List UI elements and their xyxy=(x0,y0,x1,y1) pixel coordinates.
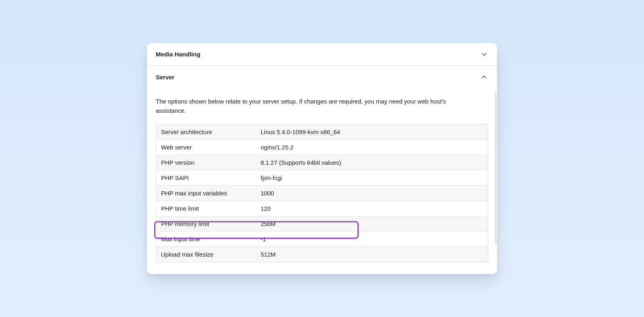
row-value: 8.1.27 (Supports 64bit values) xyxy=(256,155,488,170)
table-row: Upload max filesize 512M xyxy=(156,247,488,262)
row-label: Server architecture xyxy=(156,124,256,140)
row-value: -1 xyxy=(256,232,488,247)
section-body-server: The options shown below relate to your s… xyxy=(147,88,497,271)
table-row: Max input time -1 xyxy=(156,232,488,247)
row-value: nginx/1.25.2 xyxy=(256,140,488,155)
settings-panel: Media Handling Server The options shown … xyxy=(147,43,497,274)
section-header-media-handling[interactable]: Media Handling xyxy=(147,43,497,66)
row-label: PHP time limit xyxy=(156,201,256,216)
row-label: PHP memory limit xyxy=(156,216,256,232)
section-header-server[interactable]: Server xyxy=(147,66,497,88)
chevron-down-icon xyxy=(480,50,488,58)
row-label: Max input time xyxy=(156,232,256,247)
table-row-highlighted: PHP memory limit 256M xyxy=(156,216,488,232)
section-description: The options shown below relate to your s… xyxy=(156,97,488,115)
row-value: fpm-fcgi xyxy=(256,170,488,186)
row-value: 256M xyxy=(256,216,488,232)
table-row: PHP time limit 120 xyxy=(156,201,488,216)
row-label: PHP SAPI xyxy=(156,170,256,186)
table-row: Web server nginx/1.25.2 xyxy=(156,140,488,155)
row-label: PHP max input variables xyxy=(156,186,256,201)
table-row: Server architecture Linux 5.4.0-1099-kvm… xyxy=(156,124,488,140)
chevron-up-icon xyxy=(480,73,488,81)
scrollbar-thumb[interactable] xyxy=(495,92,497,245)
scrollbar[interactable] xyxy=(495,44,497,273)
table-row: PHP SAPI fpm-fcgi xyxy=(156,170,488,186)
row-label: Web server xyxy=(156,140,256,155)
table-row: PHP max input variables 1000 xyxy=(156,186,488,201)
row-value: 1000 xyxy=(256,186,488,201)
server-info-table: Server architecture Linux 5.4.0-1099-kvm… xyxy=(156,124,488,262)
row-value: 120 xyxy=(256,201,488,216)
section-title-media-handling: Media Handling xyxy=(156,51,200,58)
row-label: Upload max filesize xyxy=(156,247,256,262)
row-value: 512M xyxy=(256,247,488,262)
row-label: PHP version xyxy=(156,155,256,170)
table-row: PHP version 8.1.27 (Supports 64bit value… xyxy=(156,155,488,170)
section-title-server: Server xyxy=(156,74,175,81)
row-value: Linux 5.4.0-1099-kvm x86_64 xyxy=(256,124,488,140)
